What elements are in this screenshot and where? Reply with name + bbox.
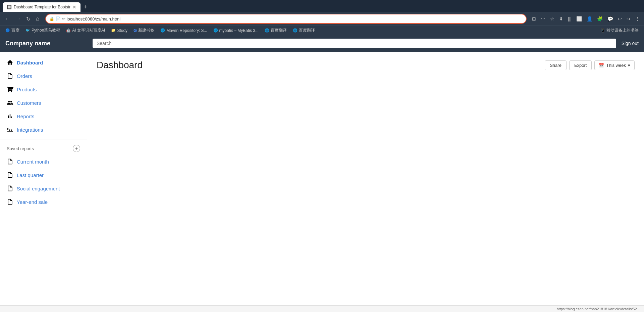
bookmark-translate1[interactable]: 🌐 百度翻译 [262, 27, 289, 34]
baidu-icon: 🔵 [5, 28, 10, 33]
calendar-icon: 📅 [599, 63, 604, 68]
page-icon: 📄 [56, 16, 61, 21]
menu-icon[interactable]: ⋯ [539, 15, 547, 22]
chat-icon[interactable]: 💬 [606, 15, 614, 22]
nav-right-icons: ⊞ ⋯ ☆ ⬇ ||| ⬜ 👤 🧩 💬 ↩ ↪ ⋮ [531, 15, 641, 22]
doc-last-quarter-icon [7, 172, 13, 178]
chevron-down-icon: ▾ [628, 63, 630, 68]
saved-report-current-month-label: Current month [17, 159, 49, 165]
sidebar-item-customers[interactable]: Customers [0, 96, 87, 109]
bookmark-ai-label: AI 文字识别百度AI [72, 28, 105, 33]
bookmark-translate1-label: 百度翻译 [271, 28, 287, 33]
customers-icon [7, 99, 13, 106]
share-button[interactable]: Share [545, 60, 567, 70]
bookmark-mybatis-label: mybatis – MyBatis 3... [219, 28, 259, 33]
address-bar-container: 🔒 📄 ✏ [45, 14, 527, 24]
mybatis-icon: 🌐 [213, 28, 218, 33]
translate2-icon: 🌐 [293, 28, 298, 33]
new-tab-button[interactable]: + [82, 4, 90, 11]
folder-icon: 📁 [111, 28, 116, 33]
sidebar-orders-label: Orders [17, 73, 32, 79]
sidebar-item-dashboard[interactable]: Dashboard [0, 56, 87, 69]
star-icon[interactable]: ☆ [549, 15, 556, 22]
export-button[interactable]: Export [569, 60, 592, 70]
bookmark-mybatis[interactable]: 🌐 mybatis – MyBatis 3... [211, 28, 261, 34]
bookmark-translate2[interactable]: 🌐 百度翻译 [290, 27, 318, 34]
bookmark-baidu[interactable]: 🔵 百度 [3, 27, 22, 34]
download-icon[interactable]: ⬇ [558, 15, 565, 22]
forward2-icon[interactable]: ↪ [625, 15, 632, 22]
saved-report-social-label: Social engagement [17, 186, 60, 191]
back-button[interactable]: ← [3, 14, 12, 23]
doc-year-end-icon [7, 198, 13, 205]
bookmark-python[interactable]: 🐦 Python菜鸟教程 [23, 27, 63, 34]
orders-icon [7, 73, 13, 79]
header-actions: Share Export 📅 This week ▾ [545, 60, 635, 70]
bookmark-study-label: Study [117, 28, 127, 33]
sidebar-item-current-month[interactable]: Current month [0, 155, 87, 168]
tablet-icon[interactable]: ⬜ [575, 15, 583, 22]
status-url: https://blog.csdn.net/hao218181/article/… [557, 307, 640, 311]
ai-icon: 🤖 [66, 28, 71, 33]
sidebar-item-reports[interactable]: Reports [0, 109, 87, 123]
bookmark-baidu-label: 百度 [11, 28, 19, 33]
google-icon: G [133, 28, 137, 33]
back2-icon[interactable]: ↩ [616, 15, 623, 22]
main-layout: Dashboard Orders Products [0, 52, 644, 305]
tab-bar: 🔲 Dashboard Template for Bootstr ✕ + [0, 0, 644, 12]
home-button[interactable]: ⌂ [34, 14, 41, 23]
tab-close-button[interactable]: ✕ [72, 4, 76, 10]
refresh-button[interactable]: ↻ [24, 14, 33, 24]
sidebar: Dashboard Orders Products [0, 52, 87, 305]
saved-reports-header: Saved reports + [0, 142, 87, 155]
sidebar-item-orders[interactable]: Orders [0, 69, 87, 83]
reports-icon [7, 113, 13, 120]
address-input[interactable] [67, 16, 523, 21]
sidebar-dashboard-label: Dashboard [17, 60, 43, 65]
bookmark-mobile[interactable]: 📱 移动设备上的书签 [598, 27, 641, 34]
integrations-icon [7, 126, 13, 133]
security-icon: 🔒 [49, 16, 54, 21]
bookmark-mobile-label: 移动设备上的书签 [606, 28, 639, 33]
this-week-button[interactable]: 📅 This week ▾ [594, 60, 635, 70]
puzzle-icon[interactable]: 🧩 [596, 15, 604, 22]
sidebar-item-last-quarter[interactable]: Last quarter [0, 168, 87, 182]
saved-reports-label: Saved reports [7, 146, 34, 151]
bookmark-study[interactable]: 📁 Study [108, 28, 130, 34]
page-title: Dashboard [97, 60, 143, 71]
add-report-button[interactable]: + [73, 145, 80, 152]
sidebar-item-year-end-sale[interactable]: Year-end sale [0, 195, 87, 209]
profile-icon[interactable]: 👤 [585, 15, 594, 22]
sidebar-customers-label: Customers [17, 100, 41, 106]
saved-report-year-end-label: Year-end sale [17, 199, 48, 205]
forward-button[interactable]: → [13, 14, 23, 23]
products-icon [7, 86, 13, 93]
app-container: Company name Sign out Dashboard [0, 35, 644, 312]
bookmark-google[interactable]: G 新建书签 [131, 27, 157, 34]
browser-chrome: 🔲 Dashboard Template for Bootstr ✕ + ← →… [0, 0, 644, 35]
bookmark-ai[interactable]: 🤖 AI 文字识别百度AI [63, 27, 108, 34]
sidebar-item-integrations[interactable]: Integrations [0, 123, 87, 136]
search-input[interactable] [97, 41, 612, 46]
mobile-icon: 📱 [600, 28, 605, 33]
home-icon [7, 59, 13, 66]
company-name: Company name [5, 40, 93, 47]
sign-out-button[interactable]: Sign out [622, 41, 639, 46]
translate1-icon: 🌐 [265, 28, 269, 33]
bookmark-maven[interactable]: 🌐 Maven Repository: S... [158, 28, 210, 34]
doc-current-month-icon [7, 158, 13, 165]
extensions-icon[interactable]: ⊞ [531, 15, 537, 22]
content-area: Dashboard Share Export 📅 This week ▾ [87, 52, 644, 305]
status-bar: https://blog.csdn.net/hao218181/article/… [0, 305, 644, 312]
sidebar-reports-label: Reports [17, 114, 35, 119]
sidebar-products-label: Products [17, 87, 37, 92]
settings-icon[interactable]: ⋮ [634, 15, 641, 22]
this-week-label: This week [606, 63, 626, 68]
sidebar-item-social-engagement[interactable]: Social engagement [0, 182, 87, 195]
collections-icon[interactable]: ||| [567, 15, 573, 22]
bookmarks-bar: 🔵 百度 🐦 Python菜鸟教程 🤖 AI 文字识别百度AI 📁 Study … [0, 26, 644, 35]
sidebar-item-products[interactable]: Products [0, 83, 87, 96]
active-tab[interactable]: 🔲 Dashboard Template for Bootstr ✕ [3, 2, 80, 12]
content-divider [97, 76, 635, 76]
bookmark-maven-label: Maven Repository: S... [166, 28, 207, 33]
